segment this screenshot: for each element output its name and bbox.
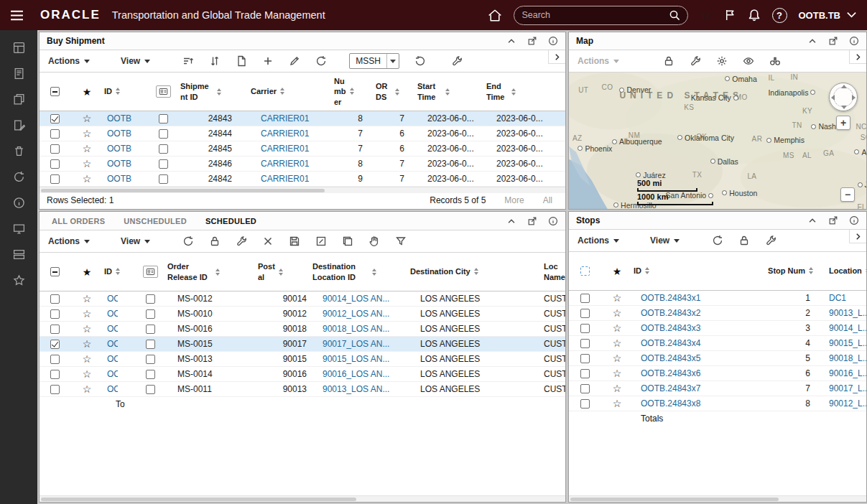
table-row[interactable]: ☆ OOTB 24842 CARRIER01 9 7 2023-06-0... … [40, 172, 565, 187]
row-checkbox[interactable] [50, 294, 60, 304]
home-icon[interactable] [488, 9, 502, 22]
stop-id-link[interactable]: OOTB.24843x2 [634, 308, 741, 318]
order-id-link[interactable]: OOTB [107, 294, 118, 304]
order-id-link[interactable]: OOTB [107, 309, 118, 319]
favorite-star-icon[interactable]: ☆ [613, 368, 622, 378]
favorite-star-icon[interactable]: ☆ [83, 294, 92, 304]
popout-window-icon[interactable] [828, 215, 838, 225]
search-icon[interactable] [669, 9, 680, 21]
popout-window-icon[interactable] [527, 36, 537, 46]
stop-id-link[interactable]: OOTB.24843x4 [634, 338, 741, 348]
sort-icon[interactable] [395, 88, 399, 95]
horizontal-scrollbar[interactable] [569, 495, 866, 502]
row-checkbox[interactable] [50, 174, 60, 184]
map-pan-compass[interactable] [829, 83, 858, 111]
sort-icon[interactable] [511, 88, 516, 95]
favorite-star-icon[interactable]: ☆ [83, 369, 92, 379]
favorite-star-icon[interactable]: ☆ [613, 338, 622, 348]
toolbar-overflow-button[interactable] [849, 50, 866, 64]
lock-icon[interactable] [663, 55, 674, 67]
delete-trash-icon[interactable] [13, 145, 25, 157]
carrier-link[interactable]: CARRIER01 [251, 129, 334, 139]
toolbar-overflow-button[interactable] [548, 50, 565, 64]
popout-window-icon[interactable] [828, 36, 838, 46]
zoom-in-button[interactable]: + [836, 116, 850, 130]
table-row[interactable]: ☆ OOTB 24843 CARRIER01 8 7 2023-06-0... … [40, 111, 565, 126]
sort-icon[interactable] [866, 267, 866, 274]
copy-documents-icon[interactable] [13, 93, 25, 106]
favorite-star-icon[interactable]: ☆ [83, 159, 92, 169]
destination-location-link[interactable]: 90014_LOS AN... [312, 294, 410, 304]
row-flag-checkbox[interactable] [159, 129, 168, 139]
tools-wrench-icon[interactable] [765, 235, 776, 246]
visibility-eye-icon[interactable] [743, 55, 754, 67]
row-checkbox[interactable] [580, 324, 590, 333]
row-checkbox[interactable] [50, 159, 60, 169]
sort-icon[interactable] [645, 267, 649, 274]
location-link[interactable]: 90014_L... [820, 323, 866, 333]
favorite-star-icon[interactable]: ☆ [83, 339, 92, 349]
shipment-id-link[interactable]: OOTB [104, 159, 146, 169]
table-row[interactable]: ☆ OOTB MS-0013 90015 90015_LOS AN... LOS… [40, 352, 565, 367]
favorite-star-icon[interactable]: ☆ [83, 144, 92, 154]
favorite-star-icon[interactable]: ☆ [613, 398, 622, 409]
favorite-star-icon[interactable]: ☆ [83, 129, 92, 139]
table-row[interactable]: ☆ OOTB.24843x1 1 DC1 [569, 291, 866, 306]
stop-id-link[interactable]: OOTB.24843x7 [634, 383, 741, 393]
horizontal-scrollbar[interactable] [40, 495, 565, 502]
table-row[interactable]: ☆ OOTB MS-0010 90012 90012_LOS AN... LOS… [40, 307, 565, 322]
shipment-id-link[interactable]: OOTB [104, 129, 146, 139]
row-checkbox[interactable] [50, 355, 60, 364]
column-header-order-release-id[interactable]: Order Release ID [167, 261, 258, 282]
table-row[interactable]: ☆ OOTB 24846 CARRIER01 8 7 2023-06-0... … [40, 157, 565, 172]
order-id-link[interactable]: OOTB [107, 369, 118, 379]
sort-icon[interactable] [280, 88, 284, 95]
order-id-link[interactable]: OOTB [107, 384, 118, 394]
sort-icon[interactable] [215, 269, 220, 276]
map-canvas[interactable]: UNITED STATES 500 mi 1000 km + − UTCOKSM… [569, 73, 866, 209]
refresh-icon[interactable] [182, 235, 194, 247]
row-checkbox[interactable] [580, 339, 590, 348]
column-header-ords[interactable]: ORDS [376, 81, 417, 102]
row-checkbox[interactable] [580, 294, 590, 303]
favorite-star-icon[interactable]: ☆ [83, 113, 92, 123]
view-dropdown[interactable]: View [650, 235, 680, 246]
user-menu[interactable]: OOTB.TB [799, 10, 858, 21]
column-header-shipment-id[interactable]: Shipment ID [180, 81, 251, 102]
location-link[interactable]: 90016_L... [820, 368, 866, 378]
sort-icon[interactable] [350, 88, 354, 95]
row-checkbox[interactable] [50, 144, 60, 154]
favorite-star-icon[interactable]: ☆ [613, 323, 622, 333]
table-row[interactable]: ☆ OOTB.24843x8 8 90012_L... [569, 396, 866, 411]
favorite-star-icon[interactable]: ☆ [83, 354, 92, 364]
sort-icon[interactable] [372, 269, 376, 276]
column-header-loc-name[interactable]: Loc Name [504, 261, 565, 282]
carrier-link[interactable]: CARRIER01 [251, 174, 334, 184]
shipment-id-link[interactable]: OOTB [104, 113, 146, 123]
row-flag-checkbox[interactable] [146, 294, 155, 304]
column-header-end-time[interactable]: End Time [486, 81, 565, 102]
table-row[interactable]: ☆ OOTB MS-0015 90017 90017_LOS AN... LOS… [40, 337, 565, 352]
all-link[interactable]: All [543, 195, 552, 205]
scrollbar-thumb[interactable] [570, 498, 779, 502]
search-input[interactable] [521, 10, 664, 20]
row-checkbox[interactable] [580, 399, 590, 409]
scrollbar-thumb[interactable] [41, 498, 356, 502]
table-row[interactable]: ☆ OOTB.24843x5 5 90018_L... [569, 351, 866, 366]
document-edit-icon[interactable] [13, 119, 25, 131]
row-checkbox[interactable] [580, 354, 590, 363]
destination-location-link[interactable]: 90016_LOS AN... [312, 369, 410, 379]
info-icon[interactable] [849, 215, 859, 225]
save-icon[interactable] [289, 235, 300, 247]
stop-id-link[interactable]: OOTB.24843x3 [634, 323, 741, 333]
column-header-postal[interactable]: Postal [258, 261, 312, 282]
new-document-icon[interactable] [236, 55, 247, 67]
collapse-panel-icon[interactable] [807, 215, 817, 225]
location-link[interactable]: 90018_L... [820, 353, 866, 363]
refresh-icon[interactable] [315, 55, 327, 67]
actions-dropdown[interactable]: Actions [578, 235, 619, 246]
row-flag-checkbox[interactable] [146, 325, 155, 334]
table-row[interactable]: ☆ OOTB MS-0011 90013 90013_LOS AN... LOS… [40, 382, 565, 397]
sort-icon[interactable] [217, 88, 221, 95]
column-header-id[interactable]: ID [104, 266, 133, 276]
